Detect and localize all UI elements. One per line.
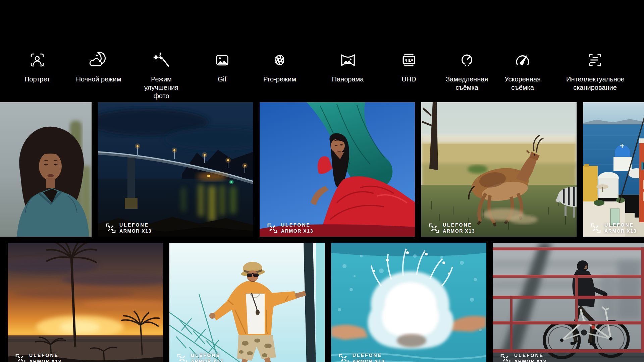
watermark-model: ARMOR X13 bbox=[119, 229, 152, 234]
watermark: ULEFONE ARMOR X13 bbox=[590, 223, 637, 234]
mode-label: Портрет bbox=[17, 75, 57, 83]
mode-timelapse[interactable]: Ускоренная съёмка bbox=[503, 50, 542, 92]
watermark-model: ARMOR X13 bbox=[191, 359, 223, 362]
gallery-photo-santorini[interactable]: ULEFONE ARMOR X13 bbox=[583, 102, 644, 237]
watermark-model: ARMOR X13 bbox=[443, 229, 475, 234]
watermark: ULEFONE ARMOR X13 bbox=[338, 353, 385, 362]
sunset-palms-photo bbox=[8, 243, 163, 362]
moon-cloud-icon bbox=[89, 50, 109, 70]
mode-slow-motion[interactable]: Замедленная съёмка bbox=[446, 50, 488, 92]
panorama-icon bbox=[339, 50, 357, 70]
mode-label: Режим улучшения фото bbox=[137, 75, 186, 100]
gallery-photo-woman-red-fabric[interactable]: ULEFONE ARMOR X13 bbox=[260, 102, 415, 237]
watermark: ULEFONE ARMOR X13 bbox=[500, 353, 546, 362]
mode-label: Ночной режим bbox=[72, 75, 125, 83]
watermark-model: ARMOR X13 bbox=[514, 359, 546, 362]
gallery-photo-portrait-woman[interactable]: ULEFONE ARMOR X13 bbox=[0, 102, 92, 237]
mode-portrait[interactable]: Портрет bbox=[17, 50, 57, 83]
ulefone-x-logo-icon bbox=[15, 353, 26, 362]
gallery-photo-antelope[interactable]: ULEFONE ARMOR X13 bbox=[421, 102, 577, 237]
camera-showcase-page: { "watermark": { "brand": "ULEFONE", "mo… bbox=[0, 0, 644, 362]
mode-uhd[interactable]: HD UHD bbox=[394, 50, 424, 83]
mode-label: UHD bbox=[394, 75, 424, 83]
slow-motion-gauge-icon bbox=[459, 50, 475, 70]
watermark-brand: ULEFONE bbox=[604, 223, 637, 228]
watermark-model: ARMOR X13 bbox=[353, 359, 385, 362]
mode-gif[interactable]: Gif bbox=[207, 50, 237, 83]
mode-pro[interactable]: Pro-режим bbox=[260, 50, 300, 83]
mode-label: Ускоренная съёмка bbox=[503, 75, 542, 92]
gallery-photo-night-bridge[interactable]: ULEFONE ARMOR X13 bbox=[98, 102, 253, 237]
watermark: ULEFONE ARMOR X13 bbox=[177, 353, 223, 362]
svg-text:HD: HD bbox=[406, 58, 412, 63]
document-scan-icon bbox=[587, 50, 603, 70]
watermark-brand: ULEFONE bbox=[281, 223, 313, 228]
antelope-photo bbox=[421, 102, 577, 237]
woman-red-fabric-photo bbox=[260, 102, 415, 237]
watermark-brand: ULEFONE bbox=[29, 353, 61, 358]
aperture-icon bbox=[272, 50, 287, 70]
mode-label: Gif bbox=[207, 75, 237, 83]
ulefone-x-logo-icon bbox=[429, 223, 439, 234]
watermark: ULEFONE ARMOR X13 bbox=[105, 223, 152, 234]
swimmer-photo bbox=[331, 243, 486, 362]
hd-frame-icon: HD bbox=[400, 50, 418, 70]
watermark: ULEFONE ARMOR X13 bbox=[429, 223, 475, 234]
watermark: ULEFONE ARMOR X13 bbox=[267, 223, 313, 234]
watermark-brand: ULEFONE bbox=[119, 223, 152, 228]
gallery-photo-cyclist[interactable]: ULEFONE ARMOR X13 bbox=[493, 243, 644, 362]
gallery-photo-sunset-palms[interactable]: ULEFONE ARMOR X13 bbox=[8, 243, 163, 362]
mode-panorama[interactable]: Панорама bbox=[328, 50, 368, 83]
watermark-brand: ULEFONE bbox=[514, 353, 546, 358]
cyclist-photo bbox=[493, 243, 644, 362]
mode-label: Pro-режим bbox=[260, 75, 300, 83]
photo-image-icon bbox=[214, 50, 230, 70]
gallery-photo-jumping-man[interactable]: ULEFONE ARMOR X13 bbox=[169, 243, 325, 362]
ulefone-x-logo-icon bbox=[105, 223, 116, 234]
gallery-photo-swimmer[interactable]: ULEFONE ARMOR X13 bbox=[331, 243, 486, 362]
mode-label: Интеллектуальное сканирование bbox=[566, 75, 624, 92]
night-bridge-photo bbox=[98, 102, 253, 237]
mode-label: Замедленная съёмка bbox=[446, 75, 488, 92]
mode-label: Панорама bbox=[328, 75, 368, 83]
watermark-model: ARMOR X13 bbox=[281, 229, 313, 234]
santorini-photo bbox=[583, 102, 644, 237]
watermark-model: ARMOR X13 bbox=[604, 229, 637, 234]
watermark-brand: ULEFONE bbox=[443, 223, 475, 228]
ulefone-x-logo-icon bbox=[500, 353, 511, 362]
mode-enhance[interactable]: Режим улучшения фото bbox=[137, 50, 186, 100]
watermark: ULEFONE ARMOR X13 bbox=[15, 353, 61, 362]
mode-night[interactable]: Ночной режим bbox=[72, 50, 125, 83]
ulefone-x-logo-icon bbox=[338, 353, 349, 362]
watermark-brand: ULEFONE bbox=[191, 353, 223, 358]
ulefone-x-logo-icon bbox=[267, 223, 278, 234]
mode-smart-scan[interactable]: Интеллектуальное сканирование bbox=[566, 50, 624, 92]
portrait-frame-icon bbox=[29, 50, 46, 70]
speedometer-icon bbox=[514, 50, 532, 70]
watermark-brand: ULEFONE bbox=[353, 353, 385, 358]
magic-wand-icon bbox=[152, 50, 171, 70]
watermark-model: ARMOR X13 bbox=[29, 359, 61, 362]
portrait-woman-photo bbox=[0, 102, 92, 237]
ulefone-x-logo-icon bbox=[177, 353, 187, 362]
ulefone-x-logo-icon bbox=[590, 223, 601, 234]
jumping-man-photo bbox=[169, 243, 325, 362]
